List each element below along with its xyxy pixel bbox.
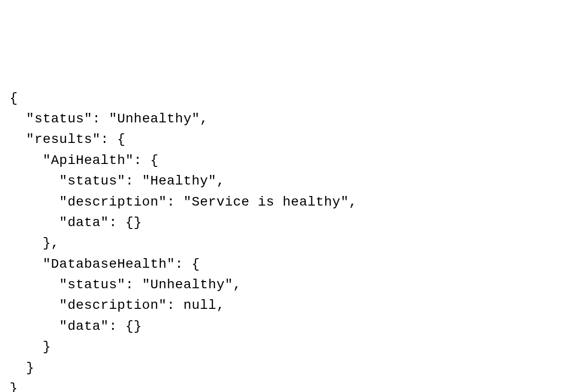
quote: " [59, 174, 67, 188]
quote: " [158, 195, 166, 209]
open-brace: { [150, 153, 158, 168]
key-results: results [34, 132, 92, 147]
close-brace: } [26, 360, 34, 375]
open-brace: { [117, 132, 125, 147]
quote: " [59, 319, 67, 334]
quote: " [117, 174, 125, 188]
key-apihealth: ApiHealth [51, 153, 126, 168]
quote: " [208, 174, 216, 188]
key-status: status [34, 111, 84, 126]
quote: " [183, 195, 191, 209]
quote: " [59, 215, 67, 230]
quote: " [26, 132, 34, 147]
quote: " [225, 277, 233, 292]
quote: " [59, 298, 67, 313]
quote: " [158, 298, 166, 313]
key-status: status [67, 277, 117, 292]
value-api-status: Healthy [150, 174, 208, 188]
json-code-block: { "status": "Unhealthy", "results": { "A… [10, 91, 357, 392]
key-status: status [67, 174, 117, 188]
quote: " [109, 111, 117, 126]
quote: " [117, 277, 125, 292]
value-api-description: Service is healthy [192, 195, 340, 209]
close-brace: } [10, 381, 18, 392]
quote: " [84, 111, 92, 126]
quote: " [26, 111, 34, 126]
quote: " [167, 257, 175, 272]
value-null: null [183, 298, 216, 313]
open-brace: { [10, 91, 18, 106]
quote: " [192, 111, 200, 126]
value-empty-object: {} [125, 215, 142, 230]
value-empty-object: {} [125, 319, 142, 334]
key-data: data [67, 319, 100, 334]
quote: " [43, 153, 51, 168]
quote: " [100, 215, 109, 230]
key-data: data [67, 215, 100, 230]
quote: " [59, 277, 67, 292]
quote: " [142, 174, 150, 188]
close-brace: } [43, 339, 51, 354]
quote: " [100, 319, 109, 334]
quote: " [59, 195, 67, 209]
quote: " [125, 153, 133, 168]
close-brace-comma: }, [43, 236, 59, 250]
key-description: description [67, 298, 158, 313]
quote: " [142, 277, 150, 292]
quote: " [340, 195, 349, 209]
quote: " [92, 132, 100, 147]
key-databasehealth: DatabaseHealth [51, 257, 167, 272]
open-brace: { [192, 257, 200, 272]
quote: " [43, 257, 51, 272]
key-description: description [67, 195, 158, 209]
value-db-status: Unhealthy [150, 277, 225, 292]
value-status: Unhealthy [117, 111, 192, 126]
